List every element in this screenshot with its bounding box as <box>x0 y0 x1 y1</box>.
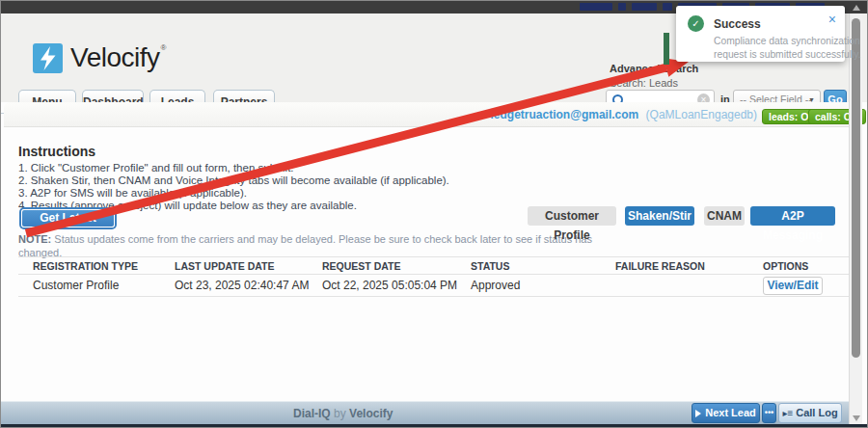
footer-brand-name: Velocify <box>349 407 393 420</box>
next-lead-arrow-icon <box>695 410 701 417</box>
table-row: Customer Profile Oct 23, 2025 02:40:47 A… <box>18 275 852 297</box>
call-log-button[interactable]: ▸≡Call Log <box>778 403 842 423</box>
success-check-icon: ✓ <box>688 15 704 32</box>
footer-product: Dial-IQ <box>293 407 331 420</box>
scrollbar-down-arrow[interactable] <box>853 415 860 421</box>
toast-title: Success <box>714 17 761 31</box>
velocify-app-window: Velocify ® Menu Dashboard Leads Partners… <box>0 0 868 428</box>
account-email-link[interactable]: ledgetruaction@gmail.com <box>491 108 639 121</box>
advanced-search-link[interactable]: Advanced Search <box>610 63 698 74</box>
footer-by: by <box>334 407 346 420</box>
close-icon[interactable]: × <box>828 12 836 27</box>
col-options: OPTIONS <box>763 260 852 272</box>
status-note: NOTE: Status updates come from the carri… <box>18 232 592 259</box>
note-text-line1: Status updates come from the carriers an… <box>54 233 592 245</box>
scrollbar-thumb[interactable] <box>852 18 860 358</box>
velocify-wordmark: Velocify <box>70 42 160 73</box>
velocify-logo: Velocify ® <box>33 42 166 73</box>
table-header-row: REGISTRATION TYPE LAST UPDATE DATE REQUE… <box>18 256 852 275</box>
clipped-text-artifact <box>580 3 612 11</box>
scrollbar-up-arrow[interactable] <box>853 5 860 11</box>
shaken-stir-button[interactable]: Shaken/Stir <box>625 206 694 226</box>
search-context-label: Search: Leads <box>610 77 678 89</box>
clipped-text-artifact <box>618 3 626 11</box>
success-toast: ✓ Success Compliance data synchronizatio… <box>676 6 845 62</box>
col-last-update-date: LAST UPDATE DATE <box>175 260 322 272</box>
clipped-text-artifact <box>632 3 657 11</box>
cell-last-update-date: Oct 23, 2025 02:40:47 AM <box>175 279 322 292</box>
cell-registration-type: Customer Profile <box>33 279 175 292</box>
col-registration-type: REGISTRATION TYPE <box>33 260 175 272</box>
account-org-label: (QaMLoanEngagedb) <box>646 108 757 121</box>
velocify-logo-icon <box>33 43 63 73</box>
col-failure-reason: FAILURE REASON <box>615 260 763 272</box>
cell-status: Approved <box>471 279 615 292</box>
col-request-date: REQUEST DATE <box>322 260 471 272</box>
cnam-button[interactable]: CNAM <box>704 206 745 226</box>
note-label: NOTE: <box>18 233 51 245</box>
col-status: STATUS <box>471 260 615 272</box>
call-log-icon: ▸≡ <box>782 408 793 418</box>
toast-message: Compliance data synchronization request … <box>714 35 861 62</box>
instruction-item: 1. Click "Customer Profile" and fill out… <box>18 162 294 174</box>
notification-edge-artifact <box>664 33 669 65</box>
customer-profile-button[interactable]: Customer Profile <box>528 206 616 226</box>
account-info: ledgetruaction@gmail.com (QaMLoanEngaged… <box>491 108 758 121</box>
get-latest-status-button[interactable]: Get Latest Status <box>21 209 115 227</box>
a2p-messaging-button[interactable]: A2P Messaging <box>750 206 835 226</box>
bottom-strip <box>1 424 868 428</box>
instruction-item: 3. A2P for SMS will be available (if app… <box>18 187 247 199</box>
footer-brand: Dial-IQ by Velocify <box>293 407 393 420</box>
registration-status-table: REGISTRATION TYPE LAST UPDATE DATE REQUE… <box>18 256 852 297</box>
more-options-button[interactable]: ••• <box>762 403 776 423</box>
registered-mark: ® <box>161 43 167 52</box>
instructions-heading: Instructions <box>18 144 95 159</box>
clipped-text-artifact <box>663 3 672 11</box>
next-lead-button[interactable]: Next Lead <box>692 403 760 423</box>
cell-request-date: Oct 22, 2025 05:05:04 PM <box>322 279 471 292</box>
instruction-item: 2. Shaken Stir, then CNAM and Voice Inte… <box>18 174 449 186</box>
view-edit-button[interactable]: View/Edit <box>763 277 823 295</box>
